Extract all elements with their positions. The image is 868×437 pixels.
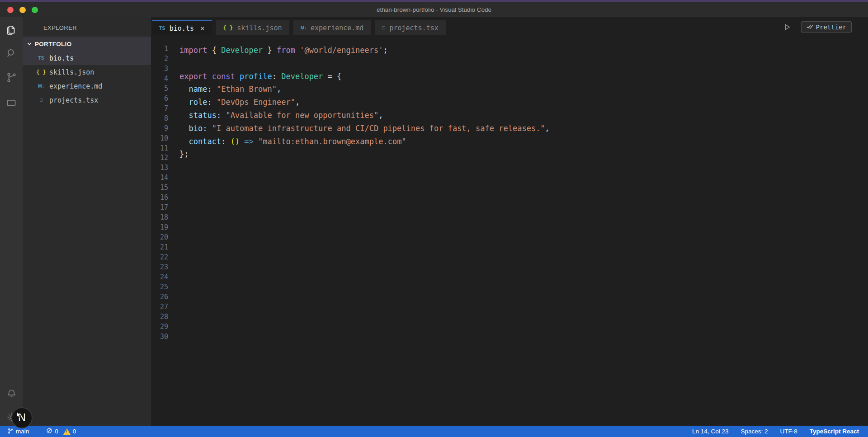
play-icon[interactable] — [783, 23, 791, 31]
file-name: experience.md — [49, 82, 102, 90]
titlebar: ethan-brown-portfolio - Visual Studio Co… — [0, 2, 868, 17]
file-row-projects-tsx[interactable]: projects.tsx — [23, 93, 151, 107]
typescript-file-icon: TS — [159, 26, 165, 31]
monitor-icon[interactable] — [0, 89, 23, 113]
line-number: 30 — [151, 332, 179, 342]
close-window-button[interactable] — [7, 7, 14, 13]
line-number-gutter: 1234567891011121314151617181920212223242… — [151, 35, 179, 426]
line-number: 24 — [151, 273, 179, 282]
explorer-sidebar: EXPLORER PORTFOLIO TSbio.ts{ }skills.jso… — [23, 17, 151, 426]
json-file-icon: { } — [36, 69, 46, 75]
file-name: projects.tsx — [49, 96, 98, 104]
tab-skills-json[interactable]: { }skills.json — [216, 20, 289, 35]
line-number: 16 — [151, 193, 179, 203]
code-line: export const profile: Developer = { — [179, 70, 868, 83]
line-number: 21 — [151, 243, 179, 253]
code-line: import { Developer } from '@world/engine… — [179, 44, 868, 57]
line-number: 27 — [151, 302, 179, 312]
tab-bar: TSbio.ts×{ }skills.jsonM↓experience.mdpr… — [151, 17, 868, 35]
editor-group: TSbio.ts×{ }skills.jsonM↓experience.mdpr… — [151, 17, 868, 426]
status-bar: main 0 0 Ln 14, Col 23 Spaces: 2 UTF-8 T… — [0, 426, 868, 437]
file-row-skills-json[interactable]: { }skills.json — [23, 65, 151, 79]
check-double-icon — [807, 23, 813, 31]
tab-label: skills.json — [237, 24, 282, 32]
warning-count: 0 — [73, 428, 76, 435]
react-tsx-file-icon — [36, 99, 46, 102]
code-line: name: "Ethan Brown", — [179, 83, 868, 96]
profile-badge[interactable]: N — [11, 407, 33, 428]
code-line: bio: "I automate infrastructure and CI/C… — [179, 122, 868, 135]
editor-actions: Prettier — [783, 21, 852, 33]
explorer-files-icon[interactable] — [0, 17, 23, 41]
source-control-icon[interactable] — [0, 65, 23, 89]
code-editor[interactable]: 1234567891011121314151617181920212223242… — [151, 35, 868, 426]
window-title: ethan-brown-portfolio - Visual Studio Co… — [377, 6, 491, 13]
file-row-experience-md[interactable]: M↓experience.md — [23, 79, 151, 93]
mouse-cursor-icon — [16, 409, 22, 421]
code-line — [179, 57, 868, 70]
maximize-window-button[interactable] — [32, 7, 38, 13]
folder-portfolio[interactable]: PORTFOLIO — [23, 37, 151, 51]
code-line: contact: () => "mailto:ethan.brown@examp… — [179, 135, 868, 148]
explorer-header: EXPLORER — [23, 17, 151, 37]
line-number: 10 — [151, 134, 179, 144]
tab-label: bio.ts — [170, 24, 194, 33]
tab-projects-tsx[interactable]: projects.tsx — [375, 20, 445, 35]
chevron-down-icon — [27, 41, 32, 47]
indentation-setting[interactable]: Spaces: 2 — [741, 428, 768, 435]
line-number: 20 — [151, 233, 179, 243]
cursor-position[interactable]: Ln 14, Col 23 — [692, 428, 728, 435]
json-file-icon: { } — [223, 25, 233, 31]
line-number: 18 — [151, 213, 179, 223]
line-number: 6 — [151, 94, 179, 104]
line-number: 14 — [151, 173, 179, 183]
line-number: 15 — [151, 183, 179, 193]
line-number: 1 — [151, 44, 179, 54]
typescript-file-icon: TS — [36, 56, 46, 61]
code-line: status: "Available for new opportunities… — [179, 109, 868, 122]
git-branch-icon — [7, 428, 14, 436]
folder-label: PORTFOLIO — [35, 41, 71, 47]
markdown-file-icon: M↓ — [301, 25, 307, 30]
prettier-label: Prettier — [816, 23, 846, 31]
vscode-window: ethan-brown-portfolio - Visual Studio Co… — [0, 0, 868, 437]
activity-bar — [0, 17, 23, 426]
prettier-button[interactable]: Prettier — [801, 21, 852, 33]
line-number: 2 — [151, 54, 179, 64]
close-icon[interactable]: × — [200, 25, 205, 32]
code-content: import { Developer } from '@world/engine… — [179, 35, 868, 426]
tab-bio-ts[interactable]: TSbio.ts× — [152, 20, 212, 35]
tab-label: experience.md — [311, 24, 363, 32]
search-icon[interactable] — [0, 41, 23, 65]
line-number: 26 — [151, 292, 179, 302]
line-number: 13 — [151, 163, 179, 173]
bell-icon[interactable] — [0, 382, 23, 405]
line-number: 12 — [151, 153, 179, 163]
file-row-bio-ts[interactable]: TSbio.ts — [23, 51, 151, 65]
line-number: 22 — [151, 253, 179, 263]
branch-indicator[interactable]: main — [7, 428, 29, 436]
minimize-window-button[interactable] — [19, 7, 26, 13]
error-circle-icon — [46, 428, 52, 435]
code-line: }; — [179, 148, 868, 161]
line-number: 3 — [151, 64, 179, 74]
line-number: 8 — [151, 114, 179, 124]
code-line: role: "DevOps Engineer", — [179, 96, 868, 109]
tab-experience-md[interactable]: M↓experience.md — [293, 20, 371, 35]
markdown-file-icon: M↓ — [36, 84, 46, 89]
line-number: 4 — [151, 74, 179, 84]
line-number: 28 — [151, 312, 179, 322]
file-list: TSbio.ts{ }skills.jsonM↓experience.mdpro… — [23, 51, 151, 107]
line-number: 25 — [151, 282, 179, 292]
language-mode[interactable]: TypeScript React — [810, 428, 859, 435]
window-controls — [7, 7, 38, 13]
line-number: 17 — [151, 203, 179, 213]
line-number: 23 — [151, 263, 179, 273]
line-number: 29 — [151, 322, 179, 332]
warning-triangle-icon — [63, 428, 71, 435]
encoding-setting[interactable]: UTF-8 — [780, 428, 797, 435]
branch-name: main — [16, 428, 29, 435]
problems-indicator[interactable]: 0 0 — [46, 428, 76, 435]
react-tsx-file-icon — [382, 26, 385, 29]
line-number: 11 — [151, 144, 179, 154]
